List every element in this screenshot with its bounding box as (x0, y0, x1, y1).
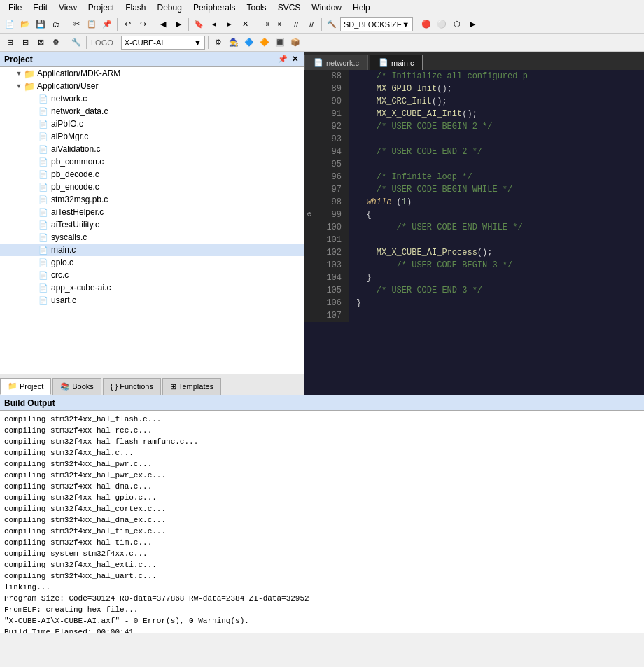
debug2-btn[interactable]: ⚪ (435, 17, 449, 31)
ai-btn1[interactable]: 🔷 (242, 36, 256, 50)
editor-tab-network-c[interactable]: 📄 network.c (304, 55, 368, 70)
panel-tab-functions[interactable]: { } Functions (103, 378, 161, 395)
line-content: { (349, 209, 644, 221)
uncomment-btn[interactable]: // (304, 17, 318, 31)
code-line: 93 (304, 133, 644, 146)
tree-item[interactable]: 📄 network.c (0, 92, 304, 105)
wizard-btn[interactable]: 🧙 (227, 36, 241, 50)
tree-item[interactable]: 📄 pb_decode.c (0, 168, 304, 181)
tree-item-label: network.c (51, 94, 87, 104)
tree-item[interactable]: ▼ 📁 Application/User (0, 80, 304, 92)
debug3-btn[interactable]: ⬡ (450, 17, 464, 31)
tb2-btn3[interactable]: ⊠ (34, 36, 48, 50)
debug4-btn[interactable]: ▶ (465, 17, 479, 31)
tree-item[interactable]: 📄 aiPbIO.c (0, 118, 304, 130)
expand-marker[interactable]: ⊖ (307, 209, 312, 221)
tb2-btn1[interactable]: ⊞ (3, 36, 17, 50)
bookmark-btn[interactable]: 🔖 (192, 17, 206, 31)
menu-window[interactable]: Window (306, 1, 347, 14)
panel-tab-project[interactable]: 📁 Project (0, 378, 51, 395)
editor-tab-main-c[interactable]: 📄 main.c (370, 55, 423, 70)
code-line: 101 (304, 234, 644, 246)
tree-item[interactable]: 📄 pb_common.c (0, 155, 304, 168)
forward-btn[interactable]: ▶ (172, 17, 186, 31)
tree-item[interactable]: 📄 aiPbMgr.c (0, 130, 304, 143)
comment-btn[interactable]: // (289, 17, 303, 31)
tree-item[interactable]: 📄 pb_encode.c (0, 181, 304, 193)
menu-tools[interactable]: Tools (241, 1, 272, 14)
redo-btn[interactable]: ↪ (136, 17, 150, 31)
file-icon: 📄 (38, 295, 49, 306)
tree-item[interactable]: 📄 network_data.c (0, 105, 304, 118)
bookmark-clear-btn[interactable]: ✕ (238, 17, 252, 31)
build-icon-btn[interactable]: 🔨 (325, 17, 339, 31)
ai-btn4[interactable]: 📦 (288, 36, 302, 50)
menu-flash[interactable]: Flash (120, 1, 151, 14)
tree-item[interactable]: 📄 gpio.c (0, 256, 304, 269)
tree-item-label: pb_decode.c (51, 169, 99, 179)
save-all-btn[interactable]: 🗂 (49, 17, 63, 31)
tree-item[interactable]: 📄 aiTestHelper.c (0, 206, 304, 218)
paste-btn[interactable]: 📌 (100, 17, 114, 31)
panel-close-icon[interactable]: ✕ (290, 55, 300, 64)
tree-item[interactable]: 📄 syscalls.c (0, 231, 304, 244)
panel-pin-icon[interactable]: 📌 (276, 55, 289, 64)
menu-file[interactable]: File (3, 1, 27, 14)
tb2-btn5[interactable]: 🔧 (69, 36, 83, 50)
panel-tab-books[interactable]: 📚 Books (52, 378, 102, 395)
build-output-content[interactable]: compiling stm32f4xx_hal_flash.c...compil… (0, 411, 644, 633)
debug1-btn[interactable]: 🔴 (419, 17, 433, 31)
tree-item-label: crc.c (51, 270, 69, 280)
open-file-btn[interactable]: 📂 (18, 17, 32, 31)
line-marker (304, 259, 314, 272)
bookmark-prev-btn[interactable]: ◂ (207, 17, 221, 31)
sep3 (153, 18, 153, 31)
line-marker (304, 246, 314, 259)
tree-item[interactable]: 📄 main.c (0, 244, 304, 256)
tree-item[interactable]: ▼ 📁 Application/MDK-ARM (0, 67, 304, 80)
code-line: 96 /* Infinite loop */ (304, 171, 644, 183)
menu-view[interactable]: View (53, 1, 83, 14)
new-file-btn[interactable]: 📄 (3, 17, 17, 31)
symbol-dropdown[interactable]: SD_BLOCKSIZE ▼ (340, 17, 413, 31)
file-icon: 📄 (38, 169, 49, 180)
back-btn[interactable]: ◀ (156, 17, 170, 31)
bookmark-next-btn[interactable]: ▸ (223, 17, 237, 31)
line-content: /* Infinite loop */ (349, 171, 644, 183)
ai-btn3[interactable]: 🔳 (273, 36, 287, 50)
line-content: MX_GPIO_Init(); (349, 83, 644, 95)
copy-btn[interactable]: 📋 (85, 17, 99, 31)
unindent-btn[interactable]: ⇤ (274, 17, 288, 31)
tb2-btn2[interactable]: ⊟ (18, 36, 32, 50)
code-area[interactable]: 88 /* Initialize all configured p 89 MX_… (304, 70, 644, 395)
tree-item-label: pb_encode.c (51, 182, 99, 192)
build-output-line: linking... (4, 582, 640, 593)
line-number: 88 (314, 70, 349, 83)
menu-edit[interactable]: Edit (27, 1, 53, 14)
menu-help[interactable]: Help (347, 1, 376, 14)
project-dropdown[interactable]: X-CUBE-AI ▼ (121, 36, 205, 50)
cut-btn[interactable]: ✂ (69, 17, 83, 31)
menu-debug[interactable]: Debug (152, 1, 188, 14)
tb2-btn4[interactable]: ⚙ (49, 36, 63, 50)
line-content: /* USER CODE BEGIN 2 */ (349, 120, 644, 133)
project-tree[interactable]: ▼ 📁 Application/MDK-ARM ▼ 📁 Application/… (0, 67, 304, 374)
build-output-line: compiling stm32f4xx_hal_tim_ex.c... (4, 526, 640, 537)
tree-item[interactable]: 📄 usart.c (0, 294, 304, 307)
undo-btn[interactable]: ↩ (120, 17, 134, 31)
indent-btn[interactable]: ⇥ (258, 17, 272, 31)
panel-tab-templates[interactable]: ⊞ Templates (162, 378, 221, 395)
tree-item[interactable]: 📄 app_x-cube-ai.c (0, 281, 304, 294)
tree-item[interactable]: 📄 crc.c (0, 269, 304, 281)
save-btn[interactable]: 💾 (34, 17, 48, 31)
ai-btn2[interactable]: 🔶 (258, 36, 272, 50)
menu-project[interactable]: Project (83, 1, 120, 14)
config-btn[interactable]: ⚙ (211, 36, 225, 50)
menu-svcs[interactable]: SVCS (272, 1, 307, 14)
tree-item[interactable]: 📄 aiValidation.c (0, 143, 304, 155)
menu-peripherals[interactable]: Peripherals (188, 1, 241, 14)
tree-item[interactable]: 📄 stm32msg.pb.c (0, 193, 304, 206)
tree-item[interactable]: 📄 aiTestUtility.c (0, 218, 304, 231)
tree-item-label: main.c (51, 245, 76, 255)
folder-icon: 📁 (24, 68, 35, 79)
